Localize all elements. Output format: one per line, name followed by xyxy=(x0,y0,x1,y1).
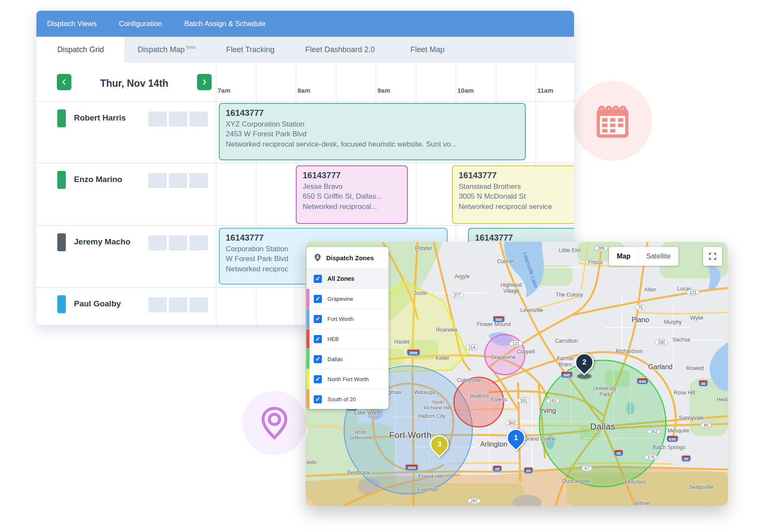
zones-panel-title: Dispatch Zones xyxy=(326,254,374,262)
zone-item-heb[interactable]: ✓HEB xyxy=(306,329,389,349)
status-pill xyxy=(57,171,66,189)
event-line: Jesse Bravo xyxy=(303,182,401,191)
zone-items: ✓All Zones✓Grapevine✓Fort Worth✓HEB✓Dall… xyxy=(306,268,389,409)
zone-label: Dallas xyxy=(327,356,343,362)
nav-item-disptach-views[interactable]: Disptach Views xyxy=(47,20,97,28)
zone-label: All Zones xyxy=(327,275,354,282)
status-pill xyxy=(57,295,66,313)
event-card[interactable]: 16143777XYZ Corporation Station2453 W Fo… xyxy=(219,103,526,160)
placeholder-box xyxy=(148,112,167,126)
zone-item-dallas[interactable]: ✓Dallas xyxy=(306,349,389,369)
fullscreen-button[interactable] xyxy=(703,247,722,266)
map-button[interactable]: Map xyxy=(609,247,638,266)
placeholder-box xyxy=(169,173,187,188)
zone-checkbox[interactable]: ✓ xyxy=(314,275,322,283)
zone-checkbox[interactable]: ✓ xyxy=(314,395,322,403)
marker-label: 1 xyxy=(508,430,524,446)
zone-checkbox[interactable]: ✓ xyxy=(314,335,322,343)
zone-item-south-of-20[interactable]: ✓South of 20 xyxy=(306,389,389,409)
placeholder-box xyxy=(189,297,208,312)
tab-label: Fleet Tracking xyxy=(226,45,274,54)
map-overlay: PonderCorinthLittle ElmFriscoArgyleJusti… xyxy=(306,242,728,506)
tab-bar: Dispatch GridDispatch MapbetaFleet Track… xyxy=(36,37,574,62)
zone-color-bar xyxy=(306,289,309,309)
dispatch-zones-panel: Dispatch Zones ✓All Zones✓Grapevine✓Fort… xyxy=(306,247,389,409)
time-label: 8am xyxy=(298,87,310,94)
event-line: Networked reciprocal service xyxy=(459,202,573,212)
technician-name: Enzo Marino xyxy=(74,175,122,184)
tab-label: Fleet Map xyxy=(410,45,445,54)
event-card[interactable]: 16143777Stanstead Brothers3005 N McDonal… xyxy=(452,165,574,224)
zone-color-bar xyxy=(306,389,309,409)
tab-dispatch-grid[interactable]: Dispatch Grid xyxy=(36,37,125,62)
zone-checkbox[interactable]: ✓ xyxy=(314,375,322,383)
zones-panel-header: Dispatch Zones xyxy=(306,247,389,268)
technician-name: Jeremy Macho xyxy=(74,237,130,247)
event-line: 3005 N McDonald St xyxy=(459,191,573,201)
zone-item-fort-worth[interactable]: ✓Fort Worth xyxy=(306,309,389,329)
event-id: 16143777 xyxy=(303,170,401,180)
satellite-button[interactable]: Satellite xyxy=(638,247,678,266)
status-pill xyxy=(57,233,66,251)
pin-decoration xyxy=(242,391,306,455)
zone-label: Fort Worth xyxy=(327,316,354,322)
zone-checkbox[interactable]: ✓ xyxy=(314,295,322,303)
map-type-control: Map Satellite xyxy=(609,247,678,266)
event-id: 16143777 xyxy=(459,170,573,180)
event-line: Networked reciprocal... xyxy=(303,202,401,212)
next-day-button[interactable] xyxy=(197,74,212,90)
time-label: 10am xyxy=(457,87,474,94)
zone-color-bar xyxy=(306,309,309,329)
page: Disptach ViewsConfigurationBatch Assign … xyxy=(0,0,763,532)
event-id: 16143777 xyxy=(226,108,519,118)
time-label: 9am xyxy=(377,87,390,94)
previous-day-button[interactable] xyxy=(57,74,71,90)
marker-label: 2 xyxy=(576,354,592,370)
technician-name: Robert Harris xyxy=(74,113,126,123)
placeholder-box xyxy=(148,297,167,312)
fullscreen-icon xyxy=(709,253,716,260)
event-line: 650 S Griffin St, Dallas... xyxy=(303,191,401,201)
tab-separator xyxy=(125,37,125,62)
event-line: Networked reciprocal service-desk, focus… xyxy=(226,139,519,149)
top-nav: Disptach ViewsConfigurationBatch Assign … xyxy=(36,11,574,37)
placeholder-box xyxy=(189,173,208,188)
placeholder-box xyxy=(189,112,208,126)
zone-label: HEB xyxy=(327,336,339,342)
event-card[interactable]: 16143777Jesse Bravo650 S Griffin St, Dal… xyxy=(296,165,408,224)
nav-item-configuration[interactable]: Configuration xyxy=(119,20,162,28)
time-label: 7am xyxy=(218,87,230,94)
nav-item-batch-assign-schedule[interactable]: Batch Assign & Schedule xyxy=(184,20,265,28)
technician-name: Paul Goalby xyxy=(74,299,121,309)
event-line: Stanstead Brothers xyxy=(459,182,573,191)
placeholder-box xyxy=(169,112,187,126)
tab-fleet-map[interactable]: Fleet Map xyxy=(410,37,445,62)
event-id: 16143777 xyxy=(475,233,570,243)
placeholder-box xyxy=(148,173,167,188)
placeholder-box xyxy=(148,235,167,250)
status-pill xyxy=(57,109,66,127)
zone-color-bar xyxy=(306,349,309,369)
tab-dispatch-map[interactable]: Dispatch Mapbeta xyxy=(138,37,195,62)
tab-fleet-tracking[interactable]: Fleet Tracking xyxy=(226,37,274,62)
time-label: 11am xyxy=(537,87,554,94)
event-id: 16143777 xyxy=(226,233,441,243)
date-label: Thur, Nov 14th xyxy=(71,78,197,89)
zone-item-grapevine[interactable]: ✓Grapevine xyxy=(306,288,389,309)
zone-color-bar xyxy=(306,329,309,349)
zone-label: North Fort Worth xyxy=(327,376,369,382)
calendar-decoration xyxy=(573,81,652,161)
zone-checkbox[interactable]: ✓ xyxy=(314,355,322,363)
placeholder-box xyxy=(189,235,208,250)
location-pin-icon xyxy=(256,403,293,443)
zone-checkbox[interactable]: ✓ xyxy=(314,315,322,323)
placeholder-box xyxy=(169,297,187,312)
tab-label: Dispatch Map xyxy=(138,45,185,54)
tab-label: Dispatch Grid xyxy=(57,45,104,54)
zone-item-all-zones[interactable]: ✓All Zones xyxy=(306,268,389,288)
tab-badge: beta xyxy=(186,44,195,50)
zone-label: Grapevine xyxy=(327,296,353,302)
tab-fleet-dashboard-2-0[interactable]: Fleet Dashboard 2.0 xyxy=(305,37,375,62)
zone-color-bar xyxy=(306,369,309,389)
zone-item-north-fort-worth[interactable]: ✓North Fort Worth xyxy=(306,369,389,389)
